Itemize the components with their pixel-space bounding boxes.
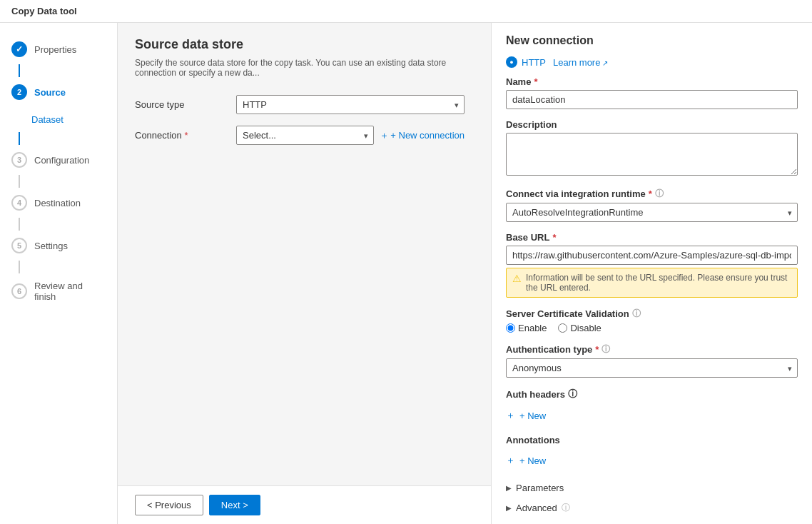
auth-type-select-container[interactable]: Anonymous (506, 358, 798, 378)
sidebar-item-dataset[interactable]: Dataset (0, 107, 117, 132)
sidebar-label-destination: Destination (34, 198, 81, 208)
sidebar: Properties 2 Source Dataset 3 Configurat… (0, 23, 118, 524)
connector-2 (19, 132, 20, 145)
advanced-chevron-icon: ▶ (506, 504, 512, 512)
parameters-label: Parameters (516, 483, 564, 493)
connector-5 (19, 261, 20, 273)
name-label: Name * (506, 76, 798, 87)
connector-4 (19, 218, 20, 231)
advanced-label: Advanced (516, 503, 557, 513)
auth-type-field-group: Authentication type * ⓘ Anonymous (506, 343, 798, 378)
sidebar-label-dataset: Dataset (31, 114, 64, 125)
sidebar-item-settings[interactable]: 5 Settings (0, 231, 117, 261)
source-type-select[interactable]: HTTP (236, 95, 465, 114)
sidebar-item-properties[interactable]: Properties (0, 34, 117, 64)
sidebar-label-review: Review and finish (34, 281, 106, 302)
http-badge-icon: ● (506, 56, 517, 68)
server-cert-field-group: Server Certificate Validation ⓘ Enable D… (506, 308, 798, 333)
connection-select[interactable]: Select... (236, 126, 374, 145)
step-num-settings: 5 (17, 241, 21, 250)
enable-radio[interactable] (506, 323, 515, 333)
annotations-label: Annotations (506, 435, 798, 445)
integration-runtime-select-container[interactable]: AutoResolveIntegrationRuntime (506, 203, 798, 222)
integration-runtime-info-icon: ⓘ (655, 188, 664, 200)
annotations-add-button[interactable]: ＋ + New (506, 451, 546, 470)
server-cert-label: Server Certificate Validation ⓘ (506, 308, 798, 320)
source-type-control: HTTP (236, 95, 465, 114)
new-connection-button[interactable]: ＋ + New connection (380, 129, 465, 142)
step-num-review: 6 (17, 287, 21, 296)
url-warning-text: Information will be sent to the URL spec… (526, 273, 791, 293)
advanced-section[interactable]: ▶ Advanced ⓘ (506, 499, 798, 517)
name-field-group: Name * (506, 76, 798, 109)
checkmark-icon (16, 44, 23, 54)
warning-icon: ⚠ (512, 273, 522, 284)
url-warning-box: ⚠ Information will be sent to the URL sp… (506, 268, 798, 298)
integration-runtime-select[interactable]: AutoResolveIntegrationRuntime (506, 203, 798, 222)
step-num-config: 3 (17, 156, 21, 164)
connection-label: Connection * (135, 130, 228, 141)
enable-label: Enable (518, 323, 547, 333)
sidebar-item-configuration[interactable]: 3 Configuration (0, 145, 117, 175)
source-type-select-wrapper[interactable]: HTTP (236, 95, 465, 114)
description-label: Description (506, 119, 798, 130)
step-circle-review: 6 (11, 283, 27, 299)
app-title: Copy Data tool (11, 6, 77, 16)
step-circle-source: 2 (11, 84, 27, 100)
right-panel-title: New connection (506, 34, 798, 47)
auth-type-select[interactable]: Anonymous (506, 358, 798, 378)
next-button[interactable]: Next > (209, 495, 260, 515)
connection-control: Select... ＋ + New connection (236, 126, 465, 145)
sidebar-label-configuration: Configuration (34, 155, 89, 166)
annotations-new-label: + New (519, 455, 546, 466)
source-type-row: Source type HTTP (135, 95, 474, 114)
learn-more-link[interactable]: Learn more (553, 57, 608, 68)
right-panel-content: New connection ● HTTP Learn more Name * … (492, 23, 812, 524)
auth-headers-plus-icon: ＋ (506, 409, 515, 422)
source-type-label: Source type (135, 99, 228, 110)
integration-runtime-field-group: Connect via integration runtime * ⓘ Auto… (506, 188, 798, 222)
http-badge: ● HTTP Learn more (506, 56, 608, 68)
name-input[interactable] (506, 90, 798, 109)
page-title: Source data store (135, 37, 474, 52)
integration-runtime-label: Connect via integration runtime * ⓘ (506, 188, 798, 200)
description-textarea[interactable] (506, 133, 798, 176)
sidebar-item-source[interactable]: 2 Source (0, 77, 117, 107)
http-badge-label: HTTP (522, 57, 546, 68)
auth-headers-section: Auth headers ⓘ ＋ + New (506, 388, 798, 425)
auth-type-label: Authentication type * ⓘ (506, 343, 798, 356)
sidebar-item-review[interactable]: 6 Review and finish (0, 273, 117, 309)
base-url-field-group: Base URL * ⚠ Information will be sent to… (506, 232, 798, 298)
description-field-group: Description (506, 119, 798, 178)
step-circle-destination: 4 (11, 195, 27, 211)
step-circle-configuration: 3 (11, 152, 27, 168)
disable-radio[interactable] (558, 323, 567, 333)
plus-icon: ＋ (380, 129, 389, 142)
sidebar-label-properties: Properties (34, 44, 76, 55)
main-body: Source data store Specify the source dat… (118, 23, 491, 524)
disable-radio-label[interactable]: Disable (558, 323, 601, 333)
connector-1 (19, 64, 20, 77)
main-content-area: Source data store Specify the source dat… (118, 23, 491, 485)
auth-headers-add-button[interactable]: ＋ + New (506, 406, 546, 425)
connection-select-wrapper[interactable]: Select... (236, 126, 374, 145)
auth-type-info-icon: ⓘ (602, 343, 610, 356)
main-footer: < Previous Next > (118, 485, 491, 524)
server-cert-radio-group: Enable Disable (506, 323, 798, 333)
auth-headers-new-label: + New (519, 410, 546, 421)
connector-3 (19, 175, 20, 188)
annotations-section: Annotations ＋ + New (506, 435, 798, 470)
advanced-info-icon: ⓘ (562, 502, 570, 514)
step-circle-settings: 5 (11, 238, 27, 253)
sidebar-item-destination[interactable]: 4 Destination (0, 188, 117, 218)
previous-button[interactable]: < Previous (135, 495, 203, 515)
parameters-chevron-icon: ▶ (506, 484, 512, 492)
step-num-source: 2 (17, 88, 21, 96)
base-url-input[interactable] (506, 246, 798, 265)
enable-radio-label[interactable]: Enable (506, 323, 547, 333)
parameters-section[interactable]: ▶ Parameters (506, 480, 798, 496)
base-url-label: Base URL * (506, 232, 798, 243)
step-num-dest: 4 (17, 198, 21, 207)
sidebar-label-source: Source (34, 87, 66, 98)
page-description: Specify the source data store for the co… (135, 58, 474, 78)
